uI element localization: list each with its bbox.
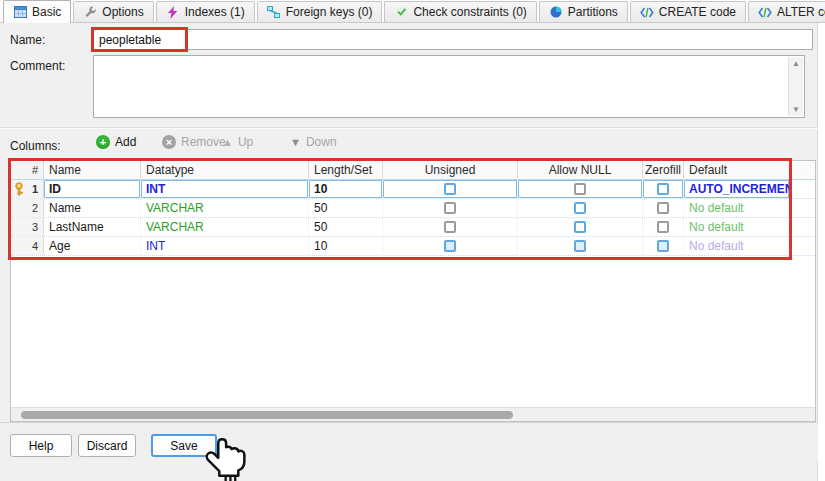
comment-label: Comment: <box>10 59 65 73</box>
comment-textarea[interactable]: ▲ ▼ <box>93 55 805 118</box>
name-input[interactable] <box>93 29 813 50</box>
tab-bar: Basic Options Indexes (1) Foreign keys (… <box>0 0 825 23</box>
checkbox-unsigned[interactable] <box>444 183 456 195</box>
cell-length[interactable]: 10 <box>309 237 383 255</box>
horizontal-scrollbar[interactable] <box>11 407 815 421</box>
cell-datatype[interactable]: VARCHAR <box>141 218 309 236</box>
tab-label: Indexes (1) <box>185 5 245 19</box>
col-header-allow-null[interactable]: Allow NULL <box>518 161 643 179</box>
checkbox-allow-null[interactable] <box>574 221 586 233</box>
tab-label: Options <box>102 5 143 19</box>
checkbox-allow-null[interactable] <box>574 240 586 252</box>
row-number[interactable]: 1 <box>11 180 44 198</box>
cell-zerofill <box>643 218 684 236</box>
checkbox-unsigned[interactable] <box>444 221 456 233</box>
table-row: 2 Name VARCHAR 50 No default <box>11 199 815 218</box>
cell-zerofill <box>643 180 684 198</box>
checkbox-allow-null[interactable] <box>574 202 586 214</box>
cell-length[interactable]: 10 <box>309 180 383 198</box>
cell-unsigned <box>383 218 518 236</box>
cell-datatype[interactable]: INT <box>141 237 309 255</box>
checkbox-unsigned[interactable] <box>444 202 456 214</box>
down-triangle-icon: ▼ <box>290 136 301 148</box>
plus-icon: + <box>96 135 110 149</box>
name-label: Name: <box>10 33 45 47</box>
cell-datatype[interactable]: INT <box>141 180 309 198</box>
tab-partitions[interactable]: Partitions <box>539 1 628 22</box>
tab-check-constraints[interactable]: Check constraints (0) <box>384 1 536 22</box>
tab-label: Partitions <box>568 5 618 19</box>
cell-datatype[interactable]: VARCHAR <box>141 199 309 217</box>
code-icon <box>758 6 772 19</box>
hand-cursor-icon <box>200 436 258 481</box>
cell-name[interactable]: LastName <box>44 218 141 236</box>
columns-toolbar: Columns: + Add × Remove ▲ Up ▼ Down <box>0 131 818 159</box>
cell-name[interactable]: Name <box>44 199 141 217</box>
cell-unsigned <box>383 237 518 255</box>
checkbox-allow-null[interactable] <box>574 183 586 195</box>
columns-label: Columns: <box>10 139 61 153</box>
partitions-icon <box>549 6 563 19</box>
table-row: 1 ID INT 10 AUTO_INCREMENT <box>11 180 815 199</box>
add-column-button[interactable]: + Add <box>96 135 136 149</box>
checkbox-zerofill[interactable] <box>657 240 669 252</box>
section-divider <box>0 127 818 129</box>
row-number[interactable]: 2 <box>11 199 44 217</box>
checkbox-zerofill[interactable] <box>657 221 669 233</box>
remove-column-button[interactable]: × Remove <box>162 135 226 149</box>
move-down-button[interactable]: ▼ Down <box>290 135 337 149</box>
scroll-down-icon[interactable]: ▼ <box>792 105 800 114</box>
columns-grid: # Name Datatype Length/Set Unsigned Allo… <box>10 160 816 422</box>
tab-options[interactable]: Options <box>73 1 153 22</box>
tab-foreign-keys[interactable]: Foreign keys (0) <box>257 1 383 22</box>
tab-create-code[interactable]: CREATE code <box>630 1 746 22</box>
foreign-key-icon <box>267 6 281 19</box>
basic-tab-panel: Name: Comment: ▲ ▼ Columns: + Add × Remo… <box>0 23 818 481</box>
cell-name[interactable]: ID <box>44 180 141 198</box>
tab-alter-code[interactable]: ALTER code <box>748 1 825 22</box>
tab-label: Check constraints (0) <box>413 5 526 19</box>
help-button[interactable]: Help <box>10 434 72 457</box>
col-header-name[interactable]: Name <box>44 161 141 179</box>
col-header-unsigned[interactable]: Unsigned <box>383 161 518 179</box>
checkbox-unsigned[interactable] <box>444 240 456 252</box>
footer-bar: Help Discard Save <box>0 422 818 462</box>
table-row: 3 LastName VARCHAR 50 No default <box>11 218 815 237</box>
cell-length[interactable]: 50 <box>309 218 383 236</box>
col-header-default[interactable]: Default <box>684 161 790 179</box>
col-header-zerofill[interactable]: Zerofill <box>643 161 684 179</box>
cell-default[interactable]: No default <box>684 199 790 217</box>
scroll-up-icon[interactable]: ▲ <box>792 59 800 68</box>
cell-default[interactable]: No default <box>684 237 790 255</box>
lightning-icon <box>166 6 180 19</box>
cell-length[interactable]: 50 <box>309 199 383 217</box>
move-up-button[interactable]: ▲ Up <box>222 135 253 149</box>
tab-label: CREATE code <box>659 5 736 19</box>
row-number[interactable]: 3 <box>11 218 44 236</box>
cell-unsigned <box>383 180 518 198</box>
checkbox-zerofill[interactable] <box>657 202 669 214</box>
cell-default[interactable]: No default <box>684 218 790 236</box>
wrench-icon <box>83 6 97 19</box>
col-header-datatype[interactable]: Datatype <box>141 161 309 179</box>
checkbox-zerofill[interactable] <box>657 183 669 195</box>
tab-indexes[interactable]: Indexes (1) <box>156 1 255 22</box>
cell-name[interactable]: Age <box>44 237 141 255</box>
cell-zerofill <box>643 237 684 255</box>
table-designer-window: Basic Options Indexes (1) Foreign keys (… <box>0 0 825 481</box>
remove-icon: × <box>162 135 176 149</box>
cell-zerofill <box>643 199 684 217</box>
primary-key-icon <box>13 182 25 198</box>
tab-basic[interactable]: Basic <box>3 0 71 23</box>
row-number[interactable]: 4 <box>11 237 44 255</box>
discard-button[interactable]: Discard <box>78 434 136 457</box>
cell-unsigned <box>383 199 518 217</box>
col-header-length[interactable]: Length/Set <box>309 161 383 179</box>
col-header-num: # <box>11 161 44 179</box>
check-icon <box>394 6 408 19</box>
cell-allow-null <box>518 199 643 217</box>
comment-scrollbar[interactable]: ▲ ▼ <box>788 57 803 116</box>
horizontal-scrollbar-thumb[interactable] <box>21 411 513 419</box>
cell-default[interactable]: AUTO_INCREMENT <box>684 180 790 198</box>
cell-allow-null <box>518 218 643 236</box>
